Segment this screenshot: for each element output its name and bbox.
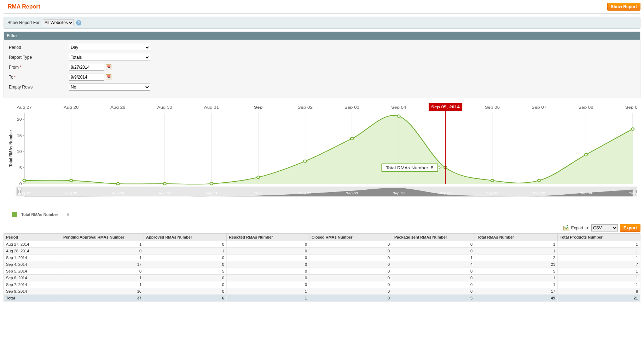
col-header[interactable]: Rejected RMAs Number xyxy=(227,234,309,241)
page-header: RMA Report Show Report xyxy=(4,1,640,14)
cell-value: 1 xyxy=(144,248,227,254)
svg-text:Sep 02: Sep 02 xyxy=(297,105,313,110)
empty-rows-select[interactable]: No xyxy=(69,84,150,91)
svg-point-46 xyxy=(303,160,307,162)
footer-value: 49 xyxy=(475,295,558,302)
cell-value: 1 xyxy=(558,248,640,254)
svg-text:Sep 08: Sep 08 xyxy=(580,191,592,195)
report-scope-bar: Show Report For: All Websites ? xyxy=(4,17,640,29)
svg-text:Sep 03: Sep 03 xyxy=(346,191,358,195)
legend-label: Total RMAs Number xyxy=(21,212,58,217)
filter-section: Filter Period Day Report Type Totals Fro… xyxy=(4,32,640,98)
col-header[interactable]: Package sent RMAs Number xyxy=(392,234,475,241)
filter-body: Period Day Report Type Totals From* 📅 To… xyxy=(4,40,640,98)
export-label: Export to: xyxy=(571,225,589,230)
svg-rect-74 xyxy=(17,188,22,195)
cell-value: 0 xyxy=(309,281,392,288)
table-row: Sep 5, 20140500051 xyxy=(4,268,640,275)
cell-value: 0 xyxy=(309,248,392,254)
svg-text:Sep 03: Sep 03 xyxy=(344,105,360,110)
svg-text:15: 15 xyxy=(17,134,22,138)
col-header[interactable]: Pending Approval RMAs Number xyxy=(61,234,144,241)
cell-value: 0 xyxy=(309,254,392,261)
cell-value: 0 xyxy=(227,254,309,261)
chart-canvas[interactable]: Aug 27Aug 28Aug 29Aug 30Aug 31SepSep 02S… xyxy=(7,102,637,208)
cell-period: Sep 9, 2014 xyxy=(4,288,61,295)
page-title: RMA Report xyxy=(4,4,40,10)
table-row: Sep 7, 20141000011 xyxy=(4,281,640,288)
cell-value: 0 xyxy=(144,261,227,268)
label-empty-rows: Empty Rows xyxy=(9,85,69,90)
cell-value: 5 xyxy=(144,268,227,275)
legend-swatch xyxy=(12,212,17,217)
cell-value: 0 xyxy=(144,281,227,288)
svg-point-43 xyxy=(163,183,166,185)
col-header[interactable]: Period xyxy=(4,234,61,241)
svg-text:Aug 29: Aug 29 xyxy=(112,191,124,195)
cell-value: 0 xyxy=(61,268,144,275)
export-bar: Export to: CSV Export xyxy=(4,217,640,233)
period-select[interactable]: Day xyxy=(69,44,150,51)
cell-value: 0 xyxy=(144,254,227,261)
svg-text:Aug 28: Aug 28 xyxy=(65,191,77,195)
field-to: To* 📅 xyxy=(9,74,635,81)
svg-text:Sep 05, 2014: Sep 05, 2014 xyxy=(431,105,460,109)
label-period: Period xyxy=(9,45,69,50)
col-header[interactable]: Closed RMAs Number xyxy=(309,234,392,241)
svg-text:Sep 07: Sep 07 xyxy=(532,105,547,110)
footer-value: 1 xyxy=(227,295,309,302)
cell-value: 1 xyxy=(475,275,558,281)
cell-period: Sep 6, 2014 xyxy=(4,275,61,281)
report-table: PeriodPending Approval RMAs NumberApprov… xyxy=(4,233,640,302)
label-from: From* xyxy=(9,65,69,70)
svg-text:Aug 31: Aug 31 xyxy=(205,191,218,195)
svg-text:Aug 27: Aug 27 xyxy=(17,105,32,110)
svg-text:Sep 08: Sep 08 xyxy=(578,105,593,110)
cell-value: 1 xyxy=(558,254,640,261)
export-format-select[interactable]: CSV xyxy=(591,224,618,231)
cell-value: 1 xyxy=(61,241,144,248)
footer-value: 0 xyxy=(309,295,392,302)
legend-value: 5 xyxy=(67,212,69,217)
help-icon[interactable]: ? xyxy=(76,20,81,25)
svg-point-41 xyxy=(70,179,73,182)
table-row: Aug 27, 20141000011 xyxy=(4,241,640,248)
footer-value: 5 xyxy=(392,295,475,302)
cell-period: Aug 28, 2014 xyxy=(4,248,61,254)
cell-value: 2 xyxy=(475,254,558,261)
svg-text:Sep 02: Sep 02 xyxy=(299,191,311,195)
cell-value: 21 xyxy=(475,261,558,268)
from-date-input[interactable] xyxy=(69,64,104,71)
svg-point-53 xyxy=(631,128,634,130)
svg-point-47 xyxy=(350,137,354,140)
svg-text:Sep: Sep xyxy=(255,191,262,195)
report-scope-select[interactable]: All Websites xyxy=(43,19,74,26)
cell-value: 0 xyxy=(144,288,227,295)
col-header[interactable]: Total Products Number xyxy=(558,234,640,241)
report-type-select[interactable]: Totals xyxy=(69,54,150,61)
filter-heading: Filter xyxy=(4,32,640,40)
cell-value: 0 xyxy=(392,268,475,275)
cell-value: 0 xyxy=(61,248,144,254)
col-header[interactable]: Total RMAs Number xyxy=(475,234,558,241)
to-date-input[interactable] xyxy=(69,74,104,81)
cell-period: Aug 27, 2014 xyxy=(4,241,61,248)
svg-point-40 xyxy=(23,179,26,182)
cell-value: 0 xyxy=(227,268,309,275)
cell-value: 0 xyxy=(144,275,227,281)
cell-value: 17 xyxy=(61,261,144,268)
svg-text:Sep 07: Sep 07 xyxy=(533,191,545,195)
col-header[interactable]: Approved RMAs Number xyxy=(144,234,227,241)
calendar-icon[interactable]: 📅 xyxy=(106,64,111,70)
svg-text:Sep 04: Sep 04 xyxy=(393,191,405,195)
table-row: Sep 9, 2014160100178 xyxy=(4,288,640,295)
svg-text:5: 5 xyxy=(19,166,22,170)
report-scope-label: Show Report For: xyxy=(7,20,41,25)
calendar-icon[interactable]: 📅 xyxy=(106,74,111,80)
show-report-button[interactable]: Show Report xyxy=(607,3,640,11)
label-to: To* xyxy=(9,75,69,80)
cell-value: 1 xyxy=(558,268,640,275)
cell-period: Sep 4, 2014 xyxy=(4,261,61,268)
svg-text:20: 20 xyxy=(17,118,22,121)
export-button[interactable]: Export xyxy=(620,224,640,232)
